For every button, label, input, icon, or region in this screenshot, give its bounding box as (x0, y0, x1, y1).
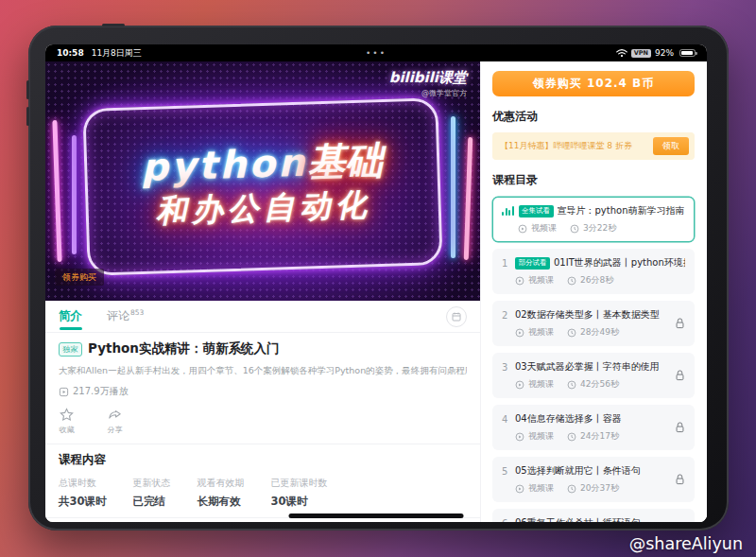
neon-sign: python基础 和办公自动化 (82, 97, 442, 276)
coupon-buy-tag[interactable]: 领券购买 (55, 269, 104, 286)
neon-text-line2: 和办公自动化 (155, 183, 371, 233)
lesson-title: 02数据存储类型多丨基本数据类型 (515, 308, 660, 322)
lesson-item-2[interactable]: 2 02数据存储类型多丨基本数据类型 视频课 28分49秒 (492, 301, 695, 346)
battery-percent: 92% (655, 48, 674, 58)
buy-button[interactable]: 领券购买 102.4 B币 (492, 71, 695, 96)
trial-badge: 部分试看 (515, 257, 550, 270)
clock-icon (567, 484, 576, 494)
lesson-title: 06重复工作必杀技丨循环语句 (515, 516, 641, 522)
lesson-title: 01IT世界的武器丨python环境搭建_第一个 (554, 256, 685, 270)
battery-icon (679, 49, 696, 57)
tab-intro[interactable]: 简介 (59, 301, 82, 332)
play-circle-icon (518, 224, 527, 234)
lesson-list: 全集试看 宣导片：python萌新学习指南 视频课 3分22秒 (492, 197, 695, 522)
lesson-index: 6 (502, 518, 513, 523)
coupon-text: 【11月特惠】哔哩哔哩课堂 8 折券 (500, 140, 632, 152)
screen: 10:58 11月8日周三 ••• VPN 92% (45, 44, 707, 522)
volume-down-button[interactable] (26, 107, 29, 126)
logo-subtitle: @微学堂官方 (389, 88, 467, 98)
focus-dots: ••• (366, 48, 387, 58)
vpn-badge: VPN (631, 49, 651, 58)
lesson-item-5[interactable]: 5 05选择判断就用它丨条件语句 视频课 20分37秒 (492, 457, 695, 502)
play-count: 217.9万播放 (59, 385, 467, 398)
lesson-item-trailer[interactable]: 全集试看 宣导片：python萌新学习指南 视频课 3分22秒 (492, 197, 695, 242)
lesson-item-3[interactable]: 3 03天赋武器必掌握丨字符串的使用 视频课 42分56秒 (492, 353, 695, 398)
course-description: 大家和Allen一起从新手村出发，用四个章节、16个案例解锁各种学习Python… (59, 365, 467, 377)
course-summary-section: 独家 Python实战精讲：萌新系统入门 大家和Allen一起从新手村出发，用四… (45, 332, 480, 444)
purchase-panel: 领券购买 102.4 B币 优惠活动 【11月特惠】哔哩哔哩课堂 8 折券 领取… (480, 61, 707, 522)
promo-title: 优惠活动 (492, 109, 695, 125)
watermark: @shareAliyun (629, 534, 743, 553)
clock-icon (567, 432, 576, 442)
lesson-index: 4 (502, 414, 513, 425)
comments-count: 853 (130, 308, 144, 317)
coupon-banner[interactable]: 【11月特惠】哔哩哔哩课堂 8 折券 领取 (492, 132, 695, 160)
lesson-index: 2 (502, 310, 513, 321)
lesson-title: 03天赋武器必掌握丨字符串的使用 (515, 360, 660, 374)
neon-text-jichu: 基础 (307, 138, 384, 183)
lock-icon (675, 318, 685, 329)
lesson-item-4[interactable]: 4 04信息存储选择多丨容器 视频课 24分17秒 (492, 405, 695, 450)
power-button[interactable] (102, 24, 125, 26)
lock-icon (675, 474, 685, 485)
clock-icon (567, 276, 576, 286)
clock-icon (567, 328, 576, 338)
course-content-section: 课程内容 总课时数 共30课时 更新状态 已完结 观看有效期 (45, 444, 480, 517)
tab-comments[interactable]: 评论853 (107, 308, 144, 324)
stat-total-lessons: 总课时数 共30课时 (59, 477, 107, 509)
catalog-title: 课程目录 (492, 172, 695, 188)
play-circle-icon (515, 380, 524, 390)
play-circle-icon (515, 276, 524, 286)
clock: 10:58 (57, 48, 84, 58)
claim-coupon-button[interactable]: 领取 (653, 137, 689, 155)
status-bar: 10:58 11月8日周三 ••• VPN 92% (45, 44, 707, 61)
course-title: Python实战精讲：萌新系统入门 (88, 340, 279, 357)
lock-icon (675, 422, 685, 433)
lesson-item-6[interactable]: 6 06重复工作必杀技丨循环语句 视频课 25分32秒 (492, 509, 695, 522)
lesson-title: 宣导片：python萌新学习指南 (558, 204, 685, 218)
exclusive-badge: 独家 (59, 342, 82, 357)
date: 11月8日周三 (92, 47, 142, 60)
stat-update-status: 更新状态 已完结 (133, 477, 171, 509)
background: 10:58 11月8日周三 ••• VPN 92% (0, 0, 756, 557)
lesson-item-1[interactable]: 1 部分试看 01IT世界的武器丨python环境搭建_第一个 视频课 26分8… (492, 249, 695, 294)
bilibili-logo: bilibili课堂 @微学堂官方 (389, 69, 467, 98)
stat-updated-lessons: 已更新课时数 30课时 (271, 477, 328, 509)
share-button[interactable]: 分享 (107, 407, 123, 435)
now-playing-icon (502, 206, 514, 216)
lesson-title: 05选择判断就用它丨条件语句 (515, 464, 641, 478)
play-circle-icon (515, 484, 524, 494)
neon-tube (464, 137, 473, 260)
activity-icon[interactable] (446, 306, 467, 327)
tab-bar: 简介 评论853 (45, 301, 480, 332)
volume-up-button[interactable] (26, 80, 29, 99)
wifi-icon (616, 48, 627, 58)
star-icon (59, 407, 75, 423)
home-indicator[interactable] (289, 513, 464, 518)
share-icon (107, 407, 123, 423)
lesson-index: 3 (502, 362, 513, 373)
favorite-button[interactable]: 收藏 (59, 407, 75, 435)
neon-text-python: python (140, 141, 308, 190)
course-hero-banner[interactable]: bilibili课堂 @微学堂官方 python基础 和办公自动化 领券购买 (45, 61, 480, 301)
neon-tube (52, 120, 61, 262)
clock-icon (570, 224, 579, 234)
ipad-device: 10:58 11月8日周三 ••• VPN 92% (28, 26, 729, 531)
lesson-index: 5 (502, 466, 513, 477)
trial-badge: 全集试看 (519, 205, 554, 218)
lesson-title: 04信息存储选择多丨容器 (515, 412, 622, 426)
neon-tube (72, 135, 77, 254)
clock-icon (567, 380, 576, 390)
play-circle-icon (515, 328, 524, 338)
stat-validity: 观看有效期 长期有效 (198, 477, 245, 509)
section-title: 课程内容 (59, 452, 467, 468)
lesson-index: 1 (502, 258, 513, 269)
lock-icon (675, 370, 685, 381)
play-circle-icon (515, 432, 524, 442)
play-square-icon (59, 387, 69, 397)
neon-tube (451, 116, 455, 258)
